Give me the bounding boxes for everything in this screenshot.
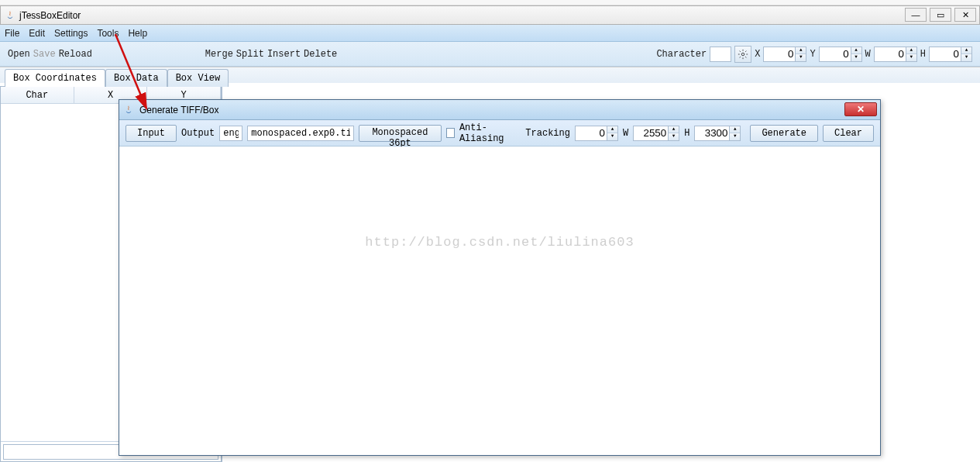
tab-box-data[interactable]: Box Data <box>105 69 167 87</box>
anti-aliasing-label: Anti-Aliasing <box>459 122 521 144</box>
character-label: Character <box>656 49 707 60</box>
reload-button[interactable]: Reload <box>59 49 92 60</box>
save-button[interactable]: Save <box>33 49 56 60</box>
svg-point-0 <box>741 53 744 56</box>
java-icon <box>4 9 16 22</box>
menu-edit[interactable]: Edit <box>29 28 45 39</box>
output-file-input[interactable] <box>247 126 354 141</box>
w-label: W <box>865 49 871 60</box>
dialog-h-spinner[interactable]: ▲▼ <box>694 126 741 141</box>
minimize-button[interactable]: — <box>905 8 927 22</box>
main-titlebar: jTessBoxEditor — ▭ ✕ <box>0 5 980 25</box>
main-toolbar: Open Save Reload Merge Split Insert Dele… <box>0 42 980 67</box>
h-spinner[interactable]: ▲▼ <box>929 47 972 62</box>
split-button[interactable]: Split <box>236 49 264 60</box>
menubar: File Edit Settings Tools Help <box>0 25 980 42</box>
dialog-title: Generate TIFF/Box <box>139 105 219 116</box>
output-prefix-input[interactable] <box>219 126 242 141</box>
tracking-spinner[interactable]: ▲▼ <box>575 126 618 141</box>
anti-aliasing-checkbox[interactable] <box>446 128 455 138</box>
close-button[interactable]: ✕ <box>954 8 976 22</box>
dialog-titlebar: Generate TIFF/Box ✕ <box>119 100 880 120</box>
generate-button[interactable]: Generate <box>750 125 818 142</box>
dialog-toolbar: Input Output Monospaced 36pt Anti-Aliasi… <box>119 120 880 147</box>
tab-box-view[interactable]: Box View <box>167 69 229 87</box>
merge-button[interactable]: Merge <box>205 49 233 60</box>
watermark-text: http://blog.csdn.net/liulina603 <box>365 235 634 250</box>
maximize-button[interactable]: ▭ <box>930 8 951 22</box>
explorer-row <box>0 0 980 5</box>
menu-settings[interactable]: Settings <box>54 28 88 39</box>
w-spinner[interactable]: ▲▼ <box>874 47 917 62</box>
dialog-close-button[interactable]: ✕ <box>844 102 877 116</box>
menu-help[interactable]: Help <box>128 28 147 39</box>
gear-icon[interactable] <box>734 46 751 63</box>
tab-box-coordinates[interactable]: Box Coordinates <box>5 69 105 87</box>
output-label: Output <box>181 128 215 139</box>
x-spinner[interactable]: ▲▼ <box>763 47 806 62</box>
menu-file[interactable]: File <box>5 28 19 39</box>
dialog-h-label: H <box>684 128 689 139</box>
dialog-body: http://blog.csdn.net/liulina603 <box>119 147 880 455</box>
y-spinner[interactable]: ▲▼ <box>819 47 862 62</box>
col-char[interactable]: Char <box>1 87 74 103</box>
generate-dialog: Generate TIFF/Box ✕ Input Output Monospa… <box>119 99 881 456</box>
input-button[interactable]: Input <box>126 125 177 142</box>
window-title: jTessBoxEditor <box>19 10 81 21</box>
java-icon <box>122 104 135 116</box>
open-button[interactable]: Open <box>8 49 30 60</box>
h-label: H <box>920 49 926 60</box>
dialog-w-label: W <box>623 128 628 139</box>
insert-button[interactable]: Insert <box>267 49 301 60</box>
character-input[interactable] <box>710 47 731 62</box>
font-button[interactable]: Monospaced 36pt <box>359 125 441 142</box>
tracking-label: Tracking <box>525 128 570 139</box>
menu-tools[interactable]: Tools <box>97 28 119 39</box>
delete-button[interactable]: Delete <box>304 49 337 60</box>
dialog-w-spinner[interactable]: ▲▼ <box>633 126 679 141</box>
clear-button[interactable]: Clear <box>823 125 874 142</box>
x-label: X <box>755 49 760 60</box>
y-label: Y <box>810 49 815 60</box>
